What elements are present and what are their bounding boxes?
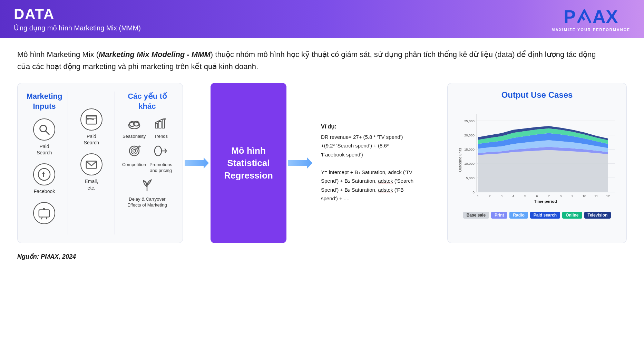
svg-text:5,000: 5,000	[466, 176, 475, 180]
svg-rect-18	[162, 120, 165, 128]
factor-delay: Delay & CarryoverEffects of Marketing	[122, 179, 172, 208]
model-box: Mô hìnhStatisticalRegression	[211, 83, 286, 243]
svg-text:4: 4	[513, 194, 515, 198]
svg-text:f: f	[42, 170, 45, 178]
search-label: PaidSearch	[37, 143, 52, 156]
intro-text: Mô hình Marketing Mix (Marketing Mix Mod…	[17, 48, 604, 73]
chart-area: Outcome units 0 5,000 10,000 15,000 20,0…	[456, 105, 618, 208]
trends-label: Trends	[154, 134, 168, 140]
arrow2	[286, 83, 314, 243]
logo-text: P AX	[564, 6, 618, 27]
icon-item-search: PaidSearch	[33, 118, 55, 156]
svg-text:15,000: 15,000	[464, 148, 475, 152]
email-icon	[85, 158, 98, 171]
logo-mountain-icon	[577, 8, 592, 26]
divider-vertical	[68, 92, 68, 234]
main-content: Mô hình Marketing Mix (Marketing Mix Mod…	[0, 38, 644, 267]
inputs-box: MarketingInputs PaidSearch	[17, 83, 183, 243]
target-icon	[127, 145, 141, 160]
svg-line-1	[46, 131, 49, 134]
output-box: Output Use Cases Outcome units 0 5,000 1…	[447, 83, 627, 243]
legend-television: Television	[584, 212, 611, 219]
svg-text:5: 5	[524, 194, 526, 198]
web-label: PaidSearch	[84, 133, 99, 146]
formula-line6-pre: Spend') + B₂ Saturation,	[321, 178, 378, 184]
output-chart: Outcome units 0 5,000 10,000 15,000 20,0…	[456, 105, 618, 208]
header-subtitle: Ứng dụng mô hình Marketing Mix (MMM)	[14, 24, 141, 32]
factor-promotions: Promotionsand pricing	[149, 145, 172, 174]
source-text: Nguồn: PMAX, 2024	[17, 253, 627, 260]
marketing-inputs-title: MarketingInputs	[27, 92, 62, 111]
icon-item-web: www PaidSearch	[80, 108, 103, 146]
factor-seasonality: Seasonality	[122, 118, 146, 140]
marketing-inputs-col: MarketingInputs PaidSearch	[25, 92, 64, 234]
svg-text:11: 11	[594, 194, 598, 198]
model-text: Mô hìnhStatisticalRegression	[224, 144, 273, 182]
formula-line3: 'Facebook spend')	[321, 152, 363, 157]
formula-text: DR revenue= 27+ (5.8 * 'TV spend') +(9.2…	[321, 133, 440, 203]
legend-print: Print	[491, 212, 507, 219]
icon-item-facebook: f Facebook	[33, 163, 55, 194]
svg-text:8: 8	[560, 194, 562, 198]
svg-text:7: 7	[548, 194, 550, 198]
diagram-area: MarketingInputs PaidSearch	[17, 83, 627, 243]
legend-radio: Radio	[509, 212, 528, 219]
icon-item-email: Email,etc.	[80, 153, 103, 191]
marketing-inputs-col2: . www PaidSearch	[71, 92, 111, 234]
search-icon	[38, 123, 51, 136]
svg-text:20,000: 20,000	[464, 134, 475, 137]
svg-text:1: 1	[477, 194, 479, 198]
cloud-icon	[127, 118, 141, 132]
facebook-icon-circle: f	[33, 163, 55, 185]
formula-title: Ví dụ:	[321, 123, 440, 130]
formula-line7-post: ('FB	[393, 187, 404, 193]
arrow1	[183, 83, 211, 243]
header-title: DATA	[14, 6, 141, 22]
svg-text:10,000: 10,000	[464, 162, 475, 166]
marketing-inputs-title2: .	[90, 92, 92, 102]
other-factors-title: Các yếu tốkhác	[128, 92, 167, 111]
legend-base: Base sale	[463, 212, 489, 219]
svg-marker-30	[185, 157, 209, 169]
legend-paid-search: Paid search	[530, 212, 560, 219]
formula-line2: +(9.2* 'Search spend') + (8.6*	[321, 143, 389, 149]
divider-vertical2	[115, 92, 115, 234]
facebook-label: Facebook	[34, 188, 55, 194]
svg-rect-16	[155, 123, 158, 128]
factor-trends: Trends	[149, 118, 172, 140]
logo-tagline: MAXIMIZE YOUR PERFORMANCE	[552, 28, 630, 32]
svg-text:www: www	[87, 117, 94, 121]
seasonality-label: Seasonality	[123, 134, 146, 140]
logo: P AX MAXIMIZE YOUR PERFORMANCE	[552, 6, 630, 32]
svg-rect-4	[39, 210, 49, 217]
header-left: DATA Ứng dụng mô hình Marketing Mix (MMM…	[14, 6, 141, 32]
formula-box: Ví dụ: DR revenue= 27+ (5.8 * 'TV spend'…	[314, 83, 447, 243]
arrow2-icon	[288, 156, 312, 170]
tv-icon	[38, 207, 51, 220]
formula-line7-pre: Spend') + B₃ Saturation,	[321, 187, 378, 193]
svg-text:0: 0	[472, 190, 475, 194]
search-icon-circle	[33, 118, 55, 141]
competition-label: Competition	[122, 162, 146, 168]
svg-text:10: 10	[583, 194, 586, 198]
svg-text:12: 12	[606, 194, 610, 198]
facebook-icon: f	[38, 168, 51, 181]
other-factors-col: Các yếu tốkhác Seasonality	[119, 92, 176, 234]
legend-online: Online	[562, 212, 582, 219]
tv-icon-circle	[33, 202, 55, 224]
formula-line8: spend') + ....	[321, 195, 350, 201]
formula-adstck2: adstck	[378, 187, 393, 193]
trends-icon	[154, 118, 168, 132]
formula-line6-post: ('Search	[393, 178, 414, 184]
svg-text:Time period: Time period	[534, 199, 557, 204]
header: DATA Ứng dụng mô hình Marketing Mix (MMM…	[0, 0, 644, 38]
promotions-label: Promotionsand pricing	[149, 162, 172, 174]
formula-adstck1: adstck	[378, 178, 393, 184]
promotion-icon	[154, 145, 168, 160]
icon-item-tv	[33, 202, 55, 227]
svg-marker-31	[288, 157, 312, 169]
svg-text:9: 9	[572, 194, 573, 198]
factor-competition: Competition	[122, 145, 146, 174]
svg-text:25,000: 25,000	[464, 119, 475, 123]
factors-grid: Seasonality Tr	[122, 118, 172, 208]
